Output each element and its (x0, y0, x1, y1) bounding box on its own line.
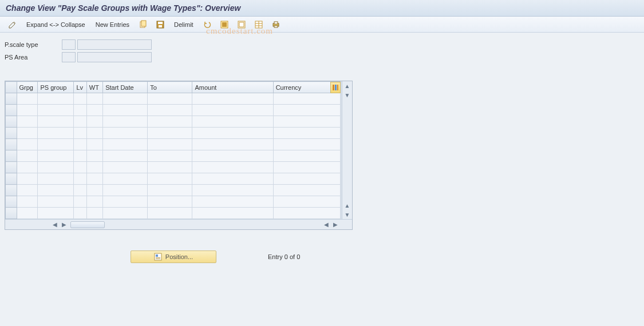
table-row[interactable] (6, 208, 341, 219)
svg-rect-17 (335, 85, 337, 90)
table-row[interactable] (6, 185, 341, 196)
row-selector[interactable] (6, 162, 17, 173)
col-grpg[interactable]: Grpg (17, 82, 38, 93)
scroll-right-icon[interactable]: ▶ (331, 221, 339, 229)
row-selector[interactable] (6, 93, 17, 105)
col-ps-group[interactable]: PS group (38, 82, 74, 93)
col-lv[interactable]: Lv (74, 82, 86, 93)
scroll-up-step-icon[interactable]: ▲ (343, 201, 352, 210)
grid-corner[interactable] (6, 82, 17, 93)
content-area: P.scale type PS Area Grpg PS group Lv WT… (0, 33, 644, 270)
row-selector[interactable] (6, 208, 17, 219)
scroll-down-icon[interactable]: ▼ (343, 210, 352, 219)
row-selector[interactable] (6, 139, 17, 150)
copy-icon[interactable] (136, 19, 150, 30)
svg-rect-20 (156, 255, 158, 257)
position-button[interactable]: Position... (131, 251, 216, 263)
vertical-scrollbar[interactable]: ▲ ▼ ▲ ▼ (342, 81, 352, 219)
svg-rect-1 (141, 21, 146, 26)
print-icon[interactable] (269, 19, 283, 30)
ps-area-desc-input[interactable] (77, 52, 152, 62)
horizontal-scrollbar[interactable]: ◀ ▶ ◀ ▶ (5, 219, 352, 229)
svg-rect-15 (274, 26, 278, 27)
col-start-date[interactable]: Start Date (103, 82, 148, 93)
new-entries-button[interactable]: New Entries (92, 19, 133, 30)
table-view-icon[interactable] (252, 19, 266, 30)
toggle-edit-icon[interactable] (6, 19, 19, 30)
row-selector[interactable] (6, 150, 17, 162)
field-pscale-type: P.scale type (5, 39, 639, 50)
svg-rect-4 (159, 25, 162, 27)
col-amount[interactable]: Amount (192, 82, 273, 93)
table-row[interactable] (6, 105, 341, 116)
expand-collapse-button[interactable]: Expand <-> Collapse (23, 19, 89, 30)
save-icon[interactable] (153, 19, 167, 30)
select-all-icon[interactable] (218, 19, 231, 30)
scroll-left-icon[interactable]: ◀ (51, 221, 59, 229)
undo-icon[interactable] (200, 19, 214, 30)
row-selector[interactable] (6, 185, 17, 196)
pscale-type-desc-input[interactable] (77, 39, 152, 50)
svg-rect-21 (156, 257, 160, 258)
pscale-type-code-input[interactable] (62, 39, 76, 50)
svg-rect-16 (333, 85, 334, 90)
table-row[interactable] (6, 116, 341, 128)
svg-rect-18 (337, 85, 338, 90)
pscale-type-label: P.scale type (5, 41, 62, 48)
toolbar: Expand <-> Collapse New Entries Delimit (0, 17, 644, 33)
table-row[interactable] (6, 196, 341, 208)
deselect-all-icon[interactable] (235, 19, 248, 30)
table-row[interactable] (6, 128, 341, 139)
table-row[interactable] (6, 150, 341, 162)
row-selector[interactable] (6, 105, 17, 116)
svg-rect-6 (222, 22, 227, 27)
svg-rect-22 (156, 259, 160, 259)
row-selector[interactable] (6, 128, 17, 139)
data-grid: Grpg PS group Lv WT Start Date To Amount… (5, 81, 353, 230)
scroll-left-step-icon[interactable]: ◀ (322, 221, 330, 229)
configure-columns-icon[interactable] (330, 82, 341, 93)
table-row[interactable] (6, 93, 341, 105)
row-selector[interactable] (6, 196, 17, 208)
row-selector[interactable] (6, 116, 17, 128)
grid-table: Grpg PS group Lv WT Start Date To Amount… (5, 81, 341, 219)
ps-area-label: PS Area (5, 54, 62, 61)
page-title: Change View "Pay Scale Groups with Wage … (0, 0, 644, 17)
scroll-thumb[interactable] (70, 221, 105, 228)
col-to[interactable]: To (148, 82, 192, 93)
col-wt[interactable]: WT (86, 82, 102, 93)
scroll-down-step-icon[interactable]: ▼ (343, 90, 352, 100)
svg-rect-14 (274, 22, 278, 24)
field-ps-area: PS Area (5, 52, 639, 62)
table-row[interactable] (6, 139, 341, 150)
table-row[interactable] (6, 173, 341, 185)
ps-area-code-input[interactable] (62, 52, 76, 62)
svg-rect-3 (158, 22, 163, 24)
position-button-label: Position... (165, 253, 193, 260)
delimit-button[interactable]: Delimit (171, 19, 197, 30)
table-row[interactable] (6, 162, 341, 173)
footer: Position... Entry 0 of 0 (5, 251, 639, 263)
entry-count-text: Entry 0 of 0 (268, 253, 300, 260)
scroll-right-step-icon[interactable]: ▶ (60, 221, 68, 229)
scroll-up-icon[interactable]: ▲ (343, 81, 352, 90)
row-selector[interactable] (6, 173, 17, 185)
